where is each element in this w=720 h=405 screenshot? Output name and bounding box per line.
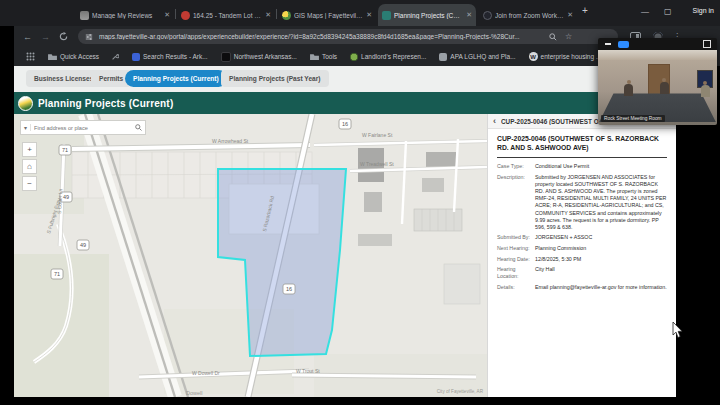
zoom-out-button[interactable]: −	[22, 176, 37, 191]
tab-zoom-workplace[interactable]: Join from Zoom Workpla... ✕	[479, 4, 577, 26]
window-maximize-button[interactable]: ▢	[664, 7, 672, 16]
home-extent-button[interactable]: ⌂	[22, 159, 37, 174]
svg-text:W Trout St: W Trout St	[296, 368, 320, 374]
zoom-page-icon[interactable]	[549, 33, 557, 41]
folder-icon	[310, 53, 319, 61]
field-submitted-by: Submitted By: JORGENSEN + ASSOC	[497, 234, 667, 241]
field-hearing-location: Hearing Location: City Hall	[497, 266, 667, 280]
highway-shield: 16	[283, 284, 295, 294]
highway-shield: 71	[59, 145, 71, 155]
mouse-cursor	[672, 322, 684, 339]
video-expand-icon[interactable]	[703, 40, 711, 48]
planning-favicon	[382, 11, 391, 20]
room-ceiling	[598, 50, 717, 60]
svg-text:49: 49	[80, 242, 86, 248]
tandem-favicon	[181, 11, 190, 20]
address-bar[interactable]: maps.fayetteville-ar.gov/portal/apps/exp…	[78, 29, 618, 44]
attendee	[660, 82, 669, 94]
tab-tandem-lot[interactable]: 164.25 - Tandem Lot Dev... ✕	[177, 4, 275, 26]
video-feed: Rock Street Meeting Room	[598, 50, 717, 125]
bookmark-northwest-arkansas[interactable]: Northwest Arkansas...	[221, 52, 297, 62]
tab-planning-projects-current[interactable]: Planning Projects (Current)	[125, 70, 227, 87]
tab-planning-projects[interactable]: Planning Projects (Curren... ✕	[378, 4, 476, 26]
tab-separator	[276, 9, 277, 19]
zoom-favicon	[483, 11, 492, 20]
bookmark-star-icon[interactable]: ☆	[565, 32, 572, 41]
svg-text:W Arrowhead St: W Arrowhead St	[212, 138, 249, 144]
search-results-favicon	[132, 53, 140, 61]
svg-text:W Dowell Dr: W Dowell Dr	[192, 370, 220, 376]
tab-close-icon[interactable]: ✕	[164, 11, 170, 19]
tab-title: Join from Zoom Workpla...	[495, 12, 564, 19]
tab-close-icon[interactable]: ✕	[366, 11, 372, 19]
tab-title: 164.25 - Tandem Lot Dev...	[193, 12, 262, 19]
svg-text:W Treadwell St: W Treadwell St	[360, 161, 394, 167]
nwa-favicon	[221, 52, 231, 62]
map-canvas[interactable]: ▾ + ⌂ −	[14, 114, 487, 397]
tab-planning-projects-past-year[interactable]: Planning Projects (Past Year)	[221, 70, 329, 87]
tab-manage-my-reviews[interactable]: Manage My Reviews ✕	[76, 4, 174, 26]
field-next-hearing: Next Hearing: Planning Commission	[497, 245, 667, 252]
map-zoom-controls: + ⌂ −	[22, 142, 37, 193]
bookmark-quick-access[interactable]: Quick Access	[48, 53, 99, 61]
zoom-in-button[interactable]: +	[22, 142, 37, 157]
bookmark-apa[interactable]: APA LGLHQ and Pla...	[439, 53, 515, 61]
panel-back-icon[interactable]: ‹	[488, 116, 501, 126]
fayetteville-logo-icon	[18, 96, 33, 111]
video-minimize-icon[interactable]	[605, 43, 611, 45]
new-tab-button[interactable]: +	[582, 5, 588, 16]
main-area: ▾ + ⌂ −	[14, 114, 676, 397]
tab-title: Manage My Reviews	[92, 12, 161, 19]
field-description: Description: Submitted by JORGENSEN AND …	[497, 174, 667, 231]
details-panel: ‹ CUP-2025-0046 (SOUTHWEST OF S. RAZORBA…	[487, 114, 676, 397]
window-minimize-button[interactable]: —	[641, 7, 649, 16]
back-button[interactable]: ←	[23, 32, 32, 42]
apps-grid-icon[interactable]	[26, 52, 35, 61]
site-controls-icon[interactable]	[85, 33, 93, 41]
forward-button[interactable]: →	[41, 32, 50, 42]
divider	[497, 157, 667, 159]
app-header: Planning Projects (Current)	[14, 92, 676, 114]
page-title: Planning Projects (Current)	[38, 98, 173, 109]
video-call-window[interactable]: Rock Street Meeting Room	[598, 38, 717, 125]
chevron-down-icon[interactable]: ▾	[21, 124, 31, 131]
reviews-favicon	[80, 11, 89, 20]
tab-close-icon[interactable]: ✕	[466, 11, 472, 19]
tab-separator	[175, 9, 176, 19]
reload-button[interactable]	[59, 32, 68, 41]
bookmark-tools-folder[interactable]: Tools	[310, 53, 337, 61]
page-content: Business Licenses Permits Planning Proje…	[14, 66, 676, 397]
case-title: CUP-2025-0046 (SOUTHWEST OF S. RAZORBACK…	[497, 135, 667, 153]
bookmark-enterprise-housing[interactable]: W enterprise housing ...	[529, 52, 602, 61]
video-camera-icon[interactable]	[618, 41, 629, 48]
svg-text:71: 71	[62, 147, 68, 153]
svg-text:71: 71	[54, 271, 60, 277]
field-case-type: Case Type: Conditional Use Permit	[497, 163, 667, 170]
basemap: 71 49 49 71 16 16	[14, 114, 487, 397]
map-attribution: City of Fayetteville, AR	[437, 389, 483, 394]
attendee	[701, 85, 710, 97]
url-text: maps.fayetteville-ar.gov/portal/apps/exp…	[99, 33, 549, 40]
bookmark-search-results[interactable]: Search Results - Ark...	[132, 53, 208, 61]
browser-tab-strip: Manage My Reviews ✕ 164.25 - Tandem Lot …	[0, 0, 720, 26]
map-search-box[interactable]: ▾	[20, 120, 146, 135]
highway-shield: 49	[77, 240, 89, 250]
tab-close-icon[interactable]: ✕	[265, 11, 271, 19]
highway-shield: 71	[51, 269, 63, 279]
attendee	[624, 84, 633, 96]
tab-gis-maps[interactable]: GIS Maps | Fayetteville, A... ✕	[278, 4, 376, 26]
svg-text:16: 16	[342, 121, 348, 127]
search-icon[interactable]	[135, 124, 142, 131]
bookmark-landlords[interactable]: Landlord's Represen...	[350, 53, 426, 61]
landlords-favicon	[350, 53, 358, 61]
screen: Manage My Reviews ✕ 164.25 - Tandem Lot …	[0, 0, 720, 405]
field-details: Details: Email planning@fayetteville-ar.…	[497, 284, 667, 291]
tab-title: Planning Projects (Curren...	[394, 12, 463, 19]
tool-icon[interactable]	[111, 53, 119, 61]
svg-text:W Fairlane St: W Fairlane St	[362, 132, 393, 138]
tab-close-icon[interactable]: ✕	[567, 11, 573, 19]
sign-in-label[interactable]: Sign in	[693, 7, 714, 14]
search-input[interactable]	[31, 125, 135, 131]
folder-icon	[48, 53, 57, 61]
app-tab-row: Business Licenses Permits Planning Proje…	[14, 66, 676, 92]
